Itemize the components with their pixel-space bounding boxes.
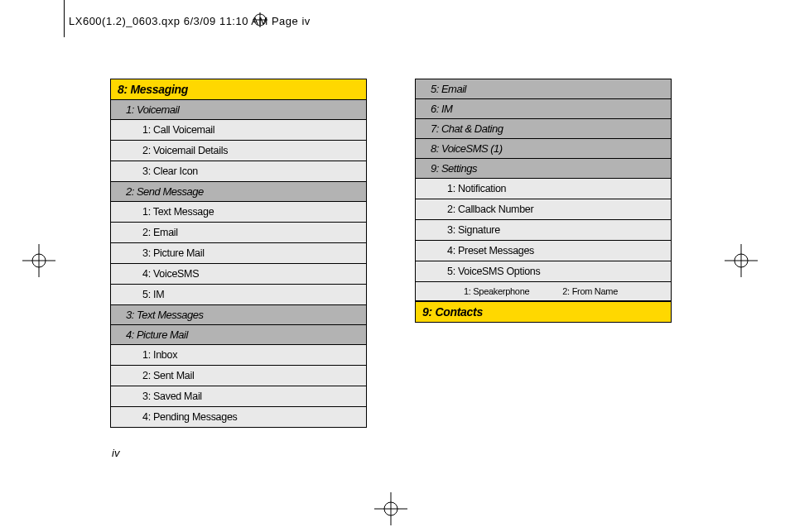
column-right: 5: Email 6: IM 7: Chat & Dating 8: Voice… [415, 79, 672, 428]
sub-header: 8: VoiceSMS (1) [415, 139, 672, 159]
sub-header: 9: Settings [415, 159, 672, 179]
sub-item: 2: From Name [562, 286, 618, 296]
menu-item: 3: Signature [415, 220, 672, 241]
document-header: LX600(1.2)_0603.qxp 6/3/09 11:10 AM Page… [69, 15, 311, 27]
crop-mark-top-line [64, 0, 65, 37]
menu-item: 2: Email [110, 223, 367, 243]
section-header-contacts: 9: Contacts [415, 301, 672, 323]
menu-item: 3: Clear Icon [110, 161, 367, 182]
sub-item: 1: Speakerphone [464, 286, 529, 296]
menu-item: 1: Call Voicemail [110, 120, 367, 141]
menu-item: 4: Preset Messages [415, 241, 672, 261]
sub-header: 1: Voicemail [110, 100, 367, 120]
menu-item: 1: Inbox [110, 345, 367, 366]
sub-header: 6: IM [415, 99, 672, 119]
menu-item: 2: Callback Number [415, 199, 672, 220]
menu-item: 5: VoiceSMS Options [415, 261, 672, 282]
content-area: 8: Messaging 1: Voicemail 1: Call Voicem… [110, 79, 673, 428]
registration-mark-bottom [374, 492, 407, 525]
menu-item: 4: VoiceSMS [110, 264, 367, 285]
menu-item: 1: Notification [415, 179, 672, 199]
menu-item: 3: Saved Mail [110, 386, 367, 407]
page-number: iv [112, 447, 119, 459]
menu-item: 1: Text Message [110, 202, 367, 223]
registration-mark-right [725, 244, 758, 277]
menu-item: 2: Voicemail Details [110, 141, 367, 161]
registration-mark-top [253, 12, 267, 27]
sub-header: 5: Email [415, 79, 672, 99]
sub-header: 4: Picture Mail [110, 325, 367, 345]
menu-item: 2: Sent Mail [110, 366, 367, 386]
sub-header: 2: Send Message [110, 182, 367, 202]
menu-item: 4: Pending Messages [110, 407, 367, 428]
section-header-messaging: 8: Messaging [110, 79, 367, 100]
menu-item: 5: IM [110, 285, 367, 305]
sub-item-row: 1: Speakerphone 2: From Name [415, 282, 672, 301]
column-left: 8: Messaging 1: Voicemail 1: Call Voicem… [110, 79, 367, 428]
sub-header: 7: Chat & Dating [415, 119, 672, 139]
registration-mark-left [22, 244, 55, 277]
menu-item: 3: Picture Mail [110, 243, 367, 264]
sub-header: 3: Text Messages [110, 305, 367, 325]
